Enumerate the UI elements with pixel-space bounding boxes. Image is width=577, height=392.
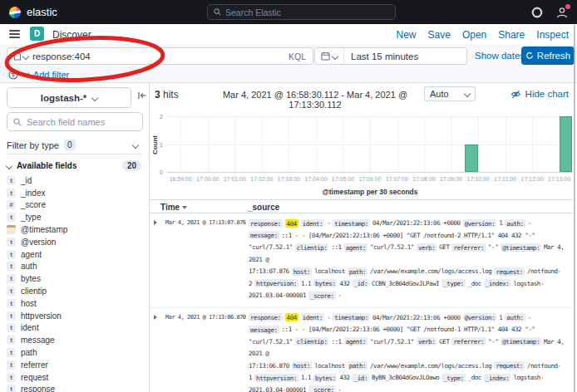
source-field-chip: path: [348,267,367,276]
field-_id[interactable]: t_id [7,174,143,187]
help-icon[interactable] [531,7,543,18]
x-axis-title: @timestamp per 30 seconds [167,188,573,196]
source-value: 1 [499,314,502,321]
source-value: 1 [499,219,502,227]
source-value: GET [439,243,449,251]
avatar[interactable] [555,6,569,19]
source-value: localhost [314,362,345,370]
doc-row[interactable]: Mar 4, 2021 @ 17:13:06.870response:404id… [150,308,573,392]
field-name: clientip [21,287,47,296]
source-field-chip: bytes: [313,279,337,287]
expand-row-icon[interactable] [150,218,165,302]
field-name: _id [21,176,32,185]
refresh-label: Refresh [537,51,570,61]
source-value: 432 [339,280,349,287]
elastic-logo[interactable]: elastic [8,0,57,24]
interval-select[interactable]: Auto [424,86,476,101]
source-value: /var/www/example.com/logs/access.log [370,362,491,370]
action-save[interactable]: Save [428,29,451,41]
field-host[interactable]: thost [7,297,143,310]
field-request[interactable]: trequest [7,371,143,384]
field-name: _score [21,200,46,209]
y-tick-label: 0 [151,169,163,176]
field-_score[interactable]: #_score [7,199,143,212]
action-new[interactable]: New [397,29,417,41]
discover-app-badge[interactable]: D [30,27,44,41]
source-value: "curl/7.52.1" [370,338,414,345]
source-value: "-" [488,243,498,251]
field-message[interactable]: tmessage [7,334,143,346]
brand-name: elastic [27,6,57,18]
chevron-down-icon [22,52,29,59]
source-field-chip: timestamp: [333,219,370,228]
available-fields-header[interactable]: Available fields 20 [7,159,141,172]
action-open[interactable]: Open [462,29,486,41]
global-search-input[interactable]: Search Elastic [207,4,396,20]
field-clientip[interactable]: tclientip [7,285,143,297]
time-range-value[interactable]: Last 15 minutes [344,51,418,61]
action-share[interactable]: Share [498,29,525,41]
index-pattern-selector[interactable]: logstash-* [7,87,131,108]
field-path[interactable]: tpath [7,346,143,359]
filter-circle-icon[interactable] [8,70,18,80]
scrollbar[interactable] [574,25,575,392]
field-_type[interactable]: t_type [7,211,143,223]
query-language-toggle[interactable]: KQL [288,51,313,61]
source-field-chip: _id: [353,279,369,287]
filter-by-type-toggle[interactable]: Filter by type 0 [7,136,141,154]
show-dates-button[interactable]: Show dates [475,51,525,61]
field-auth[interactable]: tauth [7,261,143,273]
column-time[interactable]: Time [160,203,187,212]
text-field-icon: t [7,287,16,296]
refresh-button[interactable]: Refresh [521,47,575,65]
text-field-icon: t [7,336,16,345]
source-value: - [327,314,330,321]
menu-icon[interactable] [9,30,20,38]
header-icons [531,0,569,24]
available-fields-label: Available fields [17,161,76,170]
source-field-chip: message: [249,326,279,334]
add-filter-button[interactable]: + Add filter [26,70,69,80]
source-field-chip: _index: [484,374,510,382]
gridline-h [167,145,573,145]
field-name: response [21,385,55,392]
filter-by-type-label: Filter by type [7,140,59,150]
source-value: /var/www/example.com/logs/access.log [370,267,491,275]
collapse-sidebar-icon[interactable] [137,91,147,100]
sort-desc-icon [182,206,187,209]
saved-query-menu[interactable] [7,51,32,61]
source-value: 432 [339,374,349,381]
source-field-chip: request: [494,267,525,276]
text-field-icon: t [7,262,16,271]
field-referrer[interactable]: treferrer [7,359,143,371]
doc-source: response:404ident:-timestamp:04/Mar/2021… [249,312,573,392]
text-field-icon: t [7,385,16,392]
field-agent[interactable]: tagent [7,248,143,261]
field-search-input[interactable]: Search field names [7,112,143,131]
query-input[interactable]: response:404 KQL [7,47,313,65]
histogram-bar[interactable] [465,145,477,173]
field-httpversion[interactable]: thttpversion [7,310,143,322]
histogram-bar[interactable] [560,116,572,172]
field-ident[interactable]: tident [7,322,143,335]
source-value: localhost [314,267,345,275]
field-name: message [21,336,55,345]
field-_index[interactable]: t_index [7,187,143,199]
doc-row[interactable]: Mar 4, 2021 @ 17:13:07.876response:404id… [150,213,573,308]
query-bar: response:404 KQL Last 15 minutes Show da… [0,44,577,67]
action-inspect[interactable]: Inspect [536,29,569,41]
field-response[interactable]: tresponse [7,384,143,392]
doc-table-rows: Mar 4, 2021 @ 17:13:07.876response:404id… [150,213,573,392]
source-value: 1.1 [301,280,311,287]
field-name: auth [21,262,37,271]
hide-chart-button[interactable]: Hide chart [510,89,569,99]
field-@version[interactable]: t@version [7,236,143,248]
expand-row-icon[interactable] [150,312,165,392]
date-quick-select[interactable] [315,48,344,64]
field-@timestamp[interactable]: @timestamp [7,223,143,236]
text-field-icon: t [7,250,16,259]
source-field-chip: @timestamp: [501,337,541,345]
source-field-chip: verb: [417,337,436,345]
field-bytes[interactable]: tbytes [7,272,143,285]
breadcrumb: Discover [52,29,91,41]
